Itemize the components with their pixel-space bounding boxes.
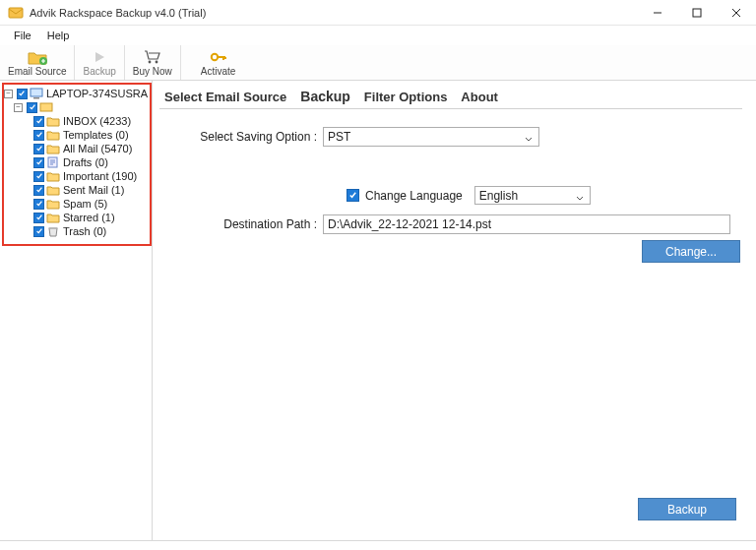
toolbar-email-source[interactable]: Email Source xyxy=(0,45,75,80)
svg-rect-10 xyxy=(33,97,39,99)
tree-item[interactable]: Trash (0) xyxy=(4,224,148,238)
destination-input[interactable]: D:\Advik_22-12-2021 12-14.pst xyxy=(323,214,730,234)
maximize-button[interactable] xyxy=(677,0,717,25)
folder-icon xyxy=(46,143,60,154)
change-language-label: Change Language xyxy=(365,189,463,203)
tab-about[interactable]: About xyxy=(456,88,503,106)
menu-file[interactable]: File xyxy=(6,28,39,43)
minimize-button[interactable] xyxy=(638,0,677,25)
tabs: Select Email Source Backup Filter Option… xyxy=(159,87,742,106)
folder-icon xyxy=(46,184,60,196)
toolbar-backup[interactable]: Backup xyxy=(75,45,124,80)
tab-select-source[interactable]: Select Email Source xyxy=(159,88,291,106)
collapse-icon[interactable]: − xyxy=(14,103,23,112)
destination-label: Destination Path : xyxy=(179,217,323,231)
change-language-checkbox[interactable] xyxy=(346,189,359,202)
tree-item-label: Drafts (0) xyxy=(63,155,108,169)
folder-icon xyxy=(46,129,60,141)
folder-icon xyxy=(46,115,60,127)
account-icon xyxy=(39,101,53,113)
tree-highlight-box: − LAPTOP-374SUSRA − INBOX (4233)Template… xyxy=(2,83,152,246)
play-icon xyxy=(93,48,106,66)
svg-rect-11 xyxy=(40,103,52,111)
svg-rect-9 xyxy=(31,89,42,96)
backup-button-label: Backup xyxy=(667,503,707,517)
toolbar-buy-now[interactable]: Buy Now xyxy=(125,45,181,80)
tree-item-label: Spam (5) xyxy=(63,197,107,211)
tree-item-label: All Mail (5470) xyxy=(63,142,132,155)
folder-icon xyxy=(46,156,60,168)
folder-icon xyxy=(46,212,60,223)
svg-point-6 xyxy=(148,61,151,64)
checkbox-icon[interactable] xyxy=(33,185,44,196)
svg-point-7 xyxy=(155,61,158,64)
language-select[interactable]: English xyxy=(474,186,591,205)
tree-root[interactable]: − LAPTOP-374SUSRA xyxy=(4,87,148,100)
checkbox-icon[interactable] xyxy=(33,171,44,182)
folder-plus-icon xyxy=(28,48,47,66)
checkbox-icon[interactable] xyxy=(33,213,44,223)
tree-item[interactable]: Important (190) xyxy=(4,169,148,183)
folder-icon xyxy=(46,198,60,210)
checkbox-icon[interactable] xyxy=(33,116,44,127)
toolbar-backup-label: Backup xyxy=(83,66,115,77)
window-title: Advik Rackspace Backup v4.0 (Trial) xyxy=(30,7,638,19)
tree-item-label: Important (190) xyxy=(63,169,137,183)
change-button[interactable]: Change... xyxy=(642,240,740,263)
tree-item[interactable]: All Mail (5470) xyxy=(4,142,148,155)
tree-item[interactable]: Spam (5) xyxy=(4,197,148,211)
checkbox-icon[interactable] xyxy=(27,102,37,113)
menubar: File Help xyxy=(0,26,756,45)
tree-item[interactable]: INBOX (4233) xyxy=(4,114,148,128)
app-icon xyxy=(8,5,24,21)
toolbar-activate[interactable]: Activate xyxy=(193,45,244,80)
saving-option-select[interactable]: PST xyxy=(323,127,539,147)
backup-button[interactable]: Backup xyxy=(638,498,736,520)
computer-icon xyxy=(30,88,43,99)
tab-filter[interactable]: Filter Options xyxy=(359,88,453,106)
svg-rect-0 xyxy=(9,8,23,18)
menu-help[interactable]: Help xyxy=(39,28,78,43)
tree-panel: − LAPTOP-374SUSRA − INBOX (4233)Template… xyxy=(0,81,153,540)
checkbox-icon[interactable] xyxy=(33,226,44,237)
tree-item[interactable]: Drafts (0) xyxy=(4,155,148,169)
tree-item-label: Starred (1) xyxy=(63,211,115,224)
change-button-label: Change... xyxy=(665,245,717,259)
checkbox-icon[interactable] xyxy=(33,144,44,154)
main-panel: Select Email Source Backup Filter Option… xyxy=(153,81,756,540)
folder-icon xyxy=(46,170,60,182)
saving-option-label: Select Saving Option : xyxy=(179,130,323,144)
checkbox-icon[interactable] xyxy=(33,199,44,210)
destination-value: D:\Advik_22-12-2021 12-14.pst xyxy=(328,217,491,231)
tree-item-label: Sent Mail (1) xyxy=(63,183,124,197)
toolbar-buy-now-label: Buy Now xyxy=(133,66,172,77)
tree-item-label: Trash (0) xyxy=(63,224,106,238)
titlebar: Advik Rackspace Backup v4.0 (Trial) xyxy=(0,0,756,26)
chevron-down-icon xyxy=(576,192,584,200)
collapse-icon[interactable]: − xyxy=(4,90,13,98)
tree-item[interactable]: Templates (0) xyxy=(4,128,148,142)
checkbox-icon[interactable] xyxy=(17,89,28,99)
svg-rect-13 xyxy=(49,227,58,229)
close-button[interactable] xyxy=(717,0,756,25)
checkbox-icon[interactable] xyxy=(33,157,44,168)
toolbar-activate-label: Activate xyxy=(201,66,236,77)
svg-point-8 xyxy=(211,54,217,60)
cart-icon xyxy=(144,48,161,66)
language-value: English xyxy=(479,189,518,203)
tree-item-label: INBOX (4233) xyxy=(63,114,131,128)
checkbox-icon[interactable] xyxy=(33,130,44,141)
svg-rect-2 xyxy=(693,9,701,17)
tab-backup[interactable]: Backup xyxy=(295,87,355,106)
tree-account[interactable]: − xyxy=(4,100,148,114)
chevron-down-icon xyxy=(525,133,533,141)
tree-item[interactable]: Starred (1) xyxy=(4,211,148,224)
tree-item-label: Templates (0) xyxy=(63,128,129,142)
tree-root-label: LAPTOP-374SUSRA xyxy=(46,87,148,100)
tree-item[interactable]: Sent Mail (1) xyxy=(4,183,148,197)
divider xyxy=(159,108,742,109)
saving-option-value: PST xyxy=(328,130,350,144)
toolbar: Email Source Backup Buy Now Activate xyxy=(0,45,756,81)
status-bar xyxy=(0,540,756,541)
key-icon xyxy=(210,48,227,66)
